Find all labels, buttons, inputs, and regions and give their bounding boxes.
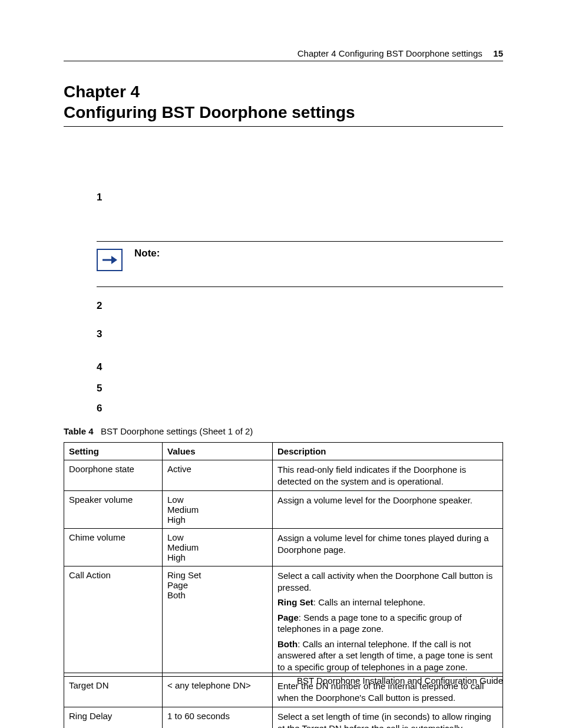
cell-setting: Speaker volume xyxy=(64,491,163,529)
arrow-right-icon xyxy=(97,249,123,271)
col-header-values: Values xyxy=(163,443,273,460)
ordered-list: 1 Note: 2 3 4 xyxy=(97,192,503,414)
desc-ringset-label: Ring Set xyxy=(277,597,313,607)
table-caption-label: Table 4 xyxy=(64,426,94,436)
cell-values: Ring Set Page Both xyxy=(163,566,273,677)
svg-marker-1 xyxy=(111,256,117,264)
cell-values: Low Medium High xyxy=(163,529,273,566)
desc-page: Page: Sends a page tone to a specific gr… xyxy=(277,612,498,635)
cell-values: Low Medium High xyxy=(163,491,273,529)
list-number: 6 xyxy=(97,403,117,414)
note-content: Note: xyxy=(134,248,160,259)
chapter-heading: Chapter 4 Configuring BST Doorphone sett… xyxy=(64,81,503,127)
desc-intro: Select a call activity when the Doorphon… xyxy=(277,570,498,593)
desc-ringset: Ring Set: Calls an internal telephone. xyxy=(277,597,498,608)
col-header-setting: Setting xyxy=(64,443,163,460)
desc-both-text: : Calls an internal telephone. If the ca… xyxy=(277,639,492,672)
running-header-text: Chapter 4 Configuring BST Doorphone sett… xyxy=(64,48,503,58)
cell-desc: Assign a volume level for the Doorphone … xyxy=(273,491,503,529)
chapter-label: Chapter 4 xyxy=(64,81,503,102)
desc-both: Both: Calls an internal telephone. If th… xyxy=(277,638,498,673)
note-box: Note: xyxy=(97,241,503,287)
list-item: 4 xyxy=(97,361,503,373)
cell-setting: Call Action xyxy=(64,566,163,677)
cell-setting: Chime volume xyxy=(64,529,163,566)
list-number: 3 xyxy=(97,328,117,340)
page-number: 15 xyxy=(493,48,503,58)
list-number: 4 xyxy=(97,361,117,373)
cell-desc: Assign a volume level for chime tones pl… xyxy=(273,529,503,566)
list-item: 2 xyxy=(97,300,503,312)
cell-values: Active xyxy=(163,460,273,491)
list-item: 5 xyxy=(97,383,503,394)
desc-page-label: Page xyxy=(277,612,299,622)
list-item: 6 xyxy=(97,403,503,414)
cell-setting: Ring Delay xyxy=(64,707,163,729)
cell-setting: Doorphone state xyxy=(64,460,163,491)
list-item: 1 xyxy=(97,192,503,203)
table-row: Speaker volume Low Medium High Assign a … xyxy=(64,491,503,529)
page: Chapter 4 Configuring BST Doorphone sett… xyxy=(0,0,562,728)
running-header: Chapter 4 Configuring BST Doorphone sett… xyxy=(64,48,503,61)
chapter-title: Configuring BST Doorphone settings xyxy=(64,102,503,123)
desc-page-text: : Sends a page tone to a specific group … xyxy=(277,612,462,634)
note-label: Note: xyxy=(134,248,160,259)
table-header-row: Setting Values Description xyxy=(64,443,503,460)
list-number: 2 xyxy=(97,300,117,312)
table-row: Ring Delay 1 to 60 seconds Select a set … xyxy=(64,707,503,729)
table-caption: Table 4 BST Doorphone settings (Sheet 1 … xyxy=(64,426,503,436)
col-header-desc: Description xyxy=(273,443,503,460)
table-row: Doorphone state Active This read-only fi… xyxy=(64,460,503,491)
list-item: 3 xyxy=(97,328,503,340)
running-header-title: Chapter 4 Configuring BST Doorphone sett… xyxy=(297,48,482,58)
desc-ringset-text: : Calls an internal telephone. xyxy=(313,597,425,607)
footer-text: BST Doorphone Installation and Configura… xyxy=(297,676,503,686)
cell-desc: Select a call activity when the Doorphon… xyxy=(273,566,503,677)
list-number: 5 xyxy=(97,383,117,394)
cell-values: 1 to 60 seconds xyxy=(163,707,273,729)
table-row: Chime volume Low Medium High Assign a vo… xyxy=(64,529,503,566)
table-caption-text: BST Doorphone settings (Sheet 1 of 2) xyxy=(101,426,253,436)
table-row: Call Action Ring Set Page Both Select a … xyxy=(64,566,503,677)
footer: BST Doorphone Installation and Configura… xyxy=(64,673,503,686)
cell-desc: Select a set length of time (in seconds)… xyxy=(273,707,503,729)
desc-both-label: Both xyxy=(277,639,297,649)
cell-desc: This read-only field indicates if the Do… xyxy=(273,460,503,491)
list-number: 1 xyxy=(97,192,117,203)
